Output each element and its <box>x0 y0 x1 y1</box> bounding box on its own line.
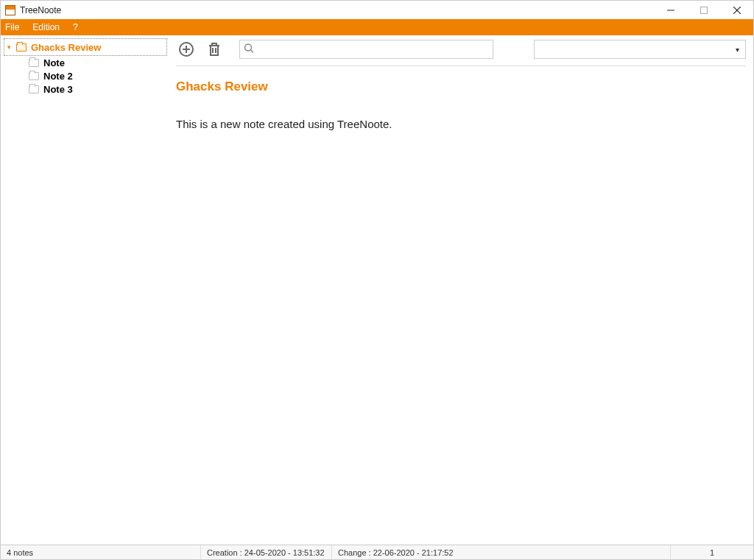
tree-view: ▾ Ghacks Review <box>4 38 167 56</box>
statusbar: 4 notes Creation : 24-05-2020 - 13:51:32… <box>1 545 753 559</box>
tree-item-label: Note 2 <box>43 71 73 82</box>
content-area: ▾ Ghacks Review This is a new note creat… <box>170 35 753 545</box>
status-change: Change : 22-06-2020 - 21:17:52 <box>332 545 671 559</box>
filter-dropdown[interactable]: ▾ <box>534 40 746 59</box>
menu-help[interactable]: ? <box>73 22 78 32</box>
tree-item[interactable]: Note 2 <box>20 69 167 82</box>
status-right-count: 1 <box>671 545 753 559</box>
window-controls <box>654 1 753 19</box>
titlebar: TreeNoote <box>1 1 753 19</box>
minimize-button[interactable] <box>654 1 687 19</box>
tree-children: Note Note 2 Note 3 <box>4 56 167 96</box>
note-body[interactable]: This is a new note created using TreeNoo… <box>176 118 746 130</box>
folder-icon <box>29 72 39 80</box>
search-input[interactable] <box>239 40 493 59</box>
svg-rect-1 <box>700 7 707 13</box>
menubar: File Edition ? <box>1 19 753 35</box>
toolbar: ▾ <box>176 39 746 66</box>
tree-item-label: Note <box>43 57 65 68</box>
folder-icon <box>29 59 39 67</box>
status-creation: Creation : 24-05-2020 - 13:51:32 <box>201 545 332 559</box>
delete-button[interactable] <box>204 39 225 60</box>
tree-item-label: Note 3 <box>43 84 73 95</box>
tree-item[interactable]: Note 3 <box>20 82 167 96</box>
status-notes-count: 4 notes <box>1 545 201 559</box>
main-area: ▾ Ghacks Review Note Note 2 Note 3 <box>1 35 753 545</box>
menu-file[interactable]: File <box>5 22 19 32</box>
close-button[interactable] <box>720 1 753 19</box>
note-title: Ghacks Review <box>176 79 746 94</box>
folder-icon <box>29 85 39 93</box>
maximize-button[interactable] <box>687 1 720 19</box>
tree-root-label: Ghacks Review <box>31 42 101 53</box>
folder-icon <box>16 43 27 52</box>
tree-item[interactable]: Note <box>20 56 167 69</box>
window-title: TreeNoote <box>20 5 654 15</box>
search-box <box>239 40 493 59</box>
tree-root-item[interactable]: ▾ Ghacks Review <box>7 40 163 54</box>
app-icon <box>5 5 15 15</box>
chevron-down-icon: ▾ <box>736 46 739 54</box>
sidebar: ▾ Ghacks Review Note Note 2 Note 3 <box>1 35 170 545</box>
expander-icon[interactable]: ▾ <box>7 43 15 51</box>
add-button[interactable] <box>176 39 197 60</box>
menu-edition[interactable]: Edition <box>32 22 60 32</box>
